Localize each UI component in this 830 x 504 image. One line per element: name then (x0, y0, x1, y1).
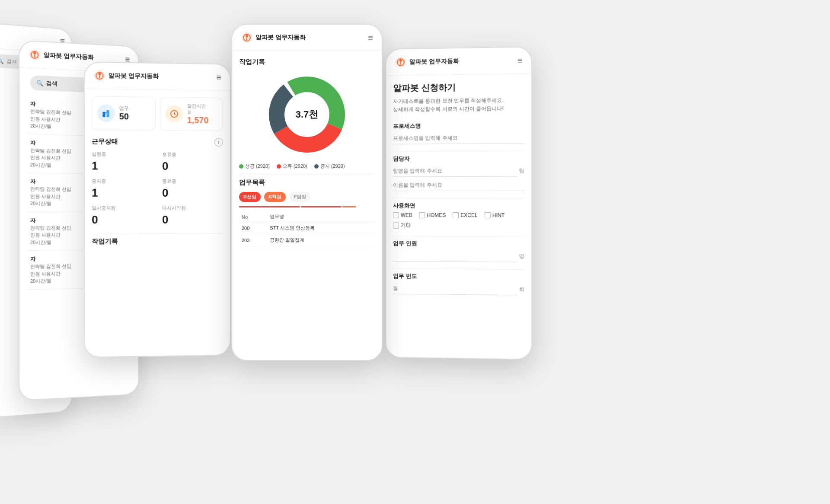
chart-title: 작업기록 (239, 58, 375, 66)
status-paused: 일시중지됨 0 (92, 205, 153, 226)
tasklist-title: 업무목록 (239, 179, 375, 187)
phone4-content: 알파봇 신청하기 자가테스트를 통과한 요청 업무를 작성해주세요.상세하게 작… (386, 74, 531, 360)
phone4-logo-icon (395, 56, 407, 68)
form-headcount-section: 업무 인원 명 (393, 240, 524, 262)
tab-r-senior[interactable]: R선임 (239, 192, 261, 202)
svg-rect-8 (102, 112, 105, 117)
col-no: No (239, 212, 267, 222)
table-row: 200 STT 시스템 영상등록 (239, 222, 375, 234)
form-team-row: 팀 (393, 165, 524, 177)
work-table: No 업무명 200 STT 시스템 영상등록 203 공현탕 일일집계 (239, 212, 375, 246)
form-team-input[interactable] (393, 165, 517, 177)
worklog-title: 작업기록 (92, 237, 223, 246)
work-card-info: 업무 50 (119, 105, 129, 121)
status-grid: 실행중 1 보류중 0 중지중 1 종료중 0 일시중지됨 0 (92, 151, 223, 226)
work-icon (97, 105, 115, 122)
legend-dot-success (239, 164, 243, 169)
phone2-header: 알파봇 업무자동화 ≡ (85, 63, 230, 91)
chart-legend: 성공 (2920) 오류 (2920) 중지 (2920) (239, 163, 375, 169)
checkbox-hint[interactable]: HINT (485, 212, 504, 218)
legend-stop: 중지 (2920) (320, 163, 345, 169)
phone2-logo-icon (93, 70, 105, 82)
headcount-unit: 명 (519, 253, 524, 260)
form-divider1 (393, 151, 524, 152)
phone4-logo-area: 알파봇 업무자동화 (395, 55, 459, 68)
phone2-content: 업무 50 절감시간 월 1,570 (85, 89, 230, 357)
form-frequency-input[interactable] (393, 283, 517, 295)
form-headcount-label: 업무 인원 (393, 240, 524, 248)
status-pending: 보류중 0 (162, 151, 223, 173)
form-title: 알파봇 신청하기 (393, 81, 524, 94)
phone4-logo-text: 알파봇 업무자동화 (409, 57, 459, 66)
form-headcount-row: 명 (393, 250, 524, 263)
form-frequency-section: 업무 빈도 회 (393, 272, 524, 295)
frequency-unit: 회 (519, 286, 524, 293)
phone1-logo-text: 알파봇 업무자동화 (44, 51, 94, 62)
form-divider2 (393, 198, 524, 198)
person-tabs: R선임 R책임 P팀장 (239, 192, 375, 202)
tab-p-team[interactable]: P팀장 (289, 192, 310, 202)
legend-dot-error (277, 164, 281, 169)
form-process-label: 프로세스명 (393, 121, 524, 130)
form-frequency-label: 업무 빈도 (393, 272, 524, 281)
phone4-header: 알파봇 업무자동화 ≡ (386, 47, 531, 76)
form-screen-label: 사용화면 (393, 202, 524, 210)
scene: ≡ 🔍 검색 신청 ✓ 알파봇 업무자동화 (0, 0, 830, 504)
progress-bars (239, 206, 375, 207)
divider (92, 233, 223, 234)
phone4-menu-icon[interactable]: ≡ (517, 55, 523, 65)
legend-error: 오류 (2920) (283, 163, 307, 169)
phone2-cards: 업무 50 절감시간 월 1,570 (92, 96, 223, 131)
savings-card-info: 절감시간 월 1,570 (187, 103, 209, 125)
phone2-menu-icon[interactable]: ≡ (216, 72, 221, 82)
form-process-section: 프로세스명 (393, 121, 524, 144)
form-divider4 (393, 268, 524, 270)
status-section-title: 근무상태 i (92, 137, 223, 147)
checkbox-group-screen: WEB HOMES EXCEL HINT 기타 (393, 212, 524, 230)
work-card: 업무 50 (92, 96, 156, 131)
phone2-logo-text: 알파봇 업무자동화 (109, 72, 159, 80)
status-running: 실행중 1 (92, 151, 153, 173)
form-divider3 (393, 236, 524, 237)
svg-rect-9 (106, 110, 109, 117)
phone1-logo-area: 알파봇 업무자동화 (29, 48, 94, 64)
form-manager-section: 담당자 팀 (393, 155, 524, 191)
tab-r-manager[interactable]: R책임 (264, 192, 286, 202)
form-manager-label: 담당자 (393, 155, 524, 163)
donut-chart-container: 3.7천 (239, 71, 375, 158)
info-icon[interactable]: i (214, 138, 223, 147)
p1-search-icon: 🔍 (36, 80, 43, 86)
col-name: 업무명 (267, 212, 375, 222)
table-row: 203 공현탕 일일집계 (239, 234, 375, 246)
checkbox-excel[interactable]: EXCEL (453, 212, 477, 218)
phone3-logo-area: 알파봇 업무자동화 (241, 32, 306, 44)
svg-point-13 (246, 35, 248, 37)
phone-3: 알파봇 업무자동화 ≡ 작업기록 (231, 24, 383, 361)
p0-search-text: 검색 (6, 57, 17, 66)
form-headcount-input[interactable] (393, 250, 517, 263)
search-icon: 🔍 (0, 58, 4, 64)
legend-success: 성공 (2920) (245, 163, 270, 169)
phone3-menu-icon[interactable]: ≡ (368, 33, 373, 43)
phone3-header: 알파봇 업무자동화 ≡ (232, 25, 382, 51)
phone-4: 알파봇 업무자동화 ≡ 알파봇 신청하기 자가테스트를 통과한 요청 업무를 작… (385, 46, 532, 360)
form-process-input[interactable] (393, 132, 524, 144)
form-subtitle: 자가테스트를 통과한 요청 업무를 작성해주세요.상세하게 작성할수록 서로의 … (393, 96, 524, 114)
chart-center-value: 3.7천 (296, 108, 319, 121)
checkbox-etc[interactable]: 기타 (393, 222, 411, 229)
phone3-logo-icon (241, 32, 253, 44)
phone3-logo-text: 알파봇 업무자동화 (255, 34, 306, 41)
form-name-input[interactable] (393, 179, 524, 191)
checkbox-homes[interactable]: HOMES (419, 212, 446, 218)
savings-card: 절감시간 월 1,570 (160, 97, 223, 131)
form-screen-section: 사용화면 WEB HOMES EXCEL HINT 기타 (393, 202, 524, 229)
savings-icon (166, 105, 183, 122)
status-restarted: 다시시작됨 0 (162, 205, 223, 226)
p1-search-placeholder: 검색 (46, 80, 57, 88)
form-frequency-row: 회 (393, 283, 524, 296)
legend-dot-stop (314, 164, 319, 169)
checkbox-web[interactable]: WEB (393, 212, 412, 218)
status-ending: 종료중 0 (162, 178, 223, 200)
phone2-logo-area: 알파봇 업무자동화 (93, 70, 159, 83)
status-stopped: 중지중 1 (92, 178, 153, 200)
